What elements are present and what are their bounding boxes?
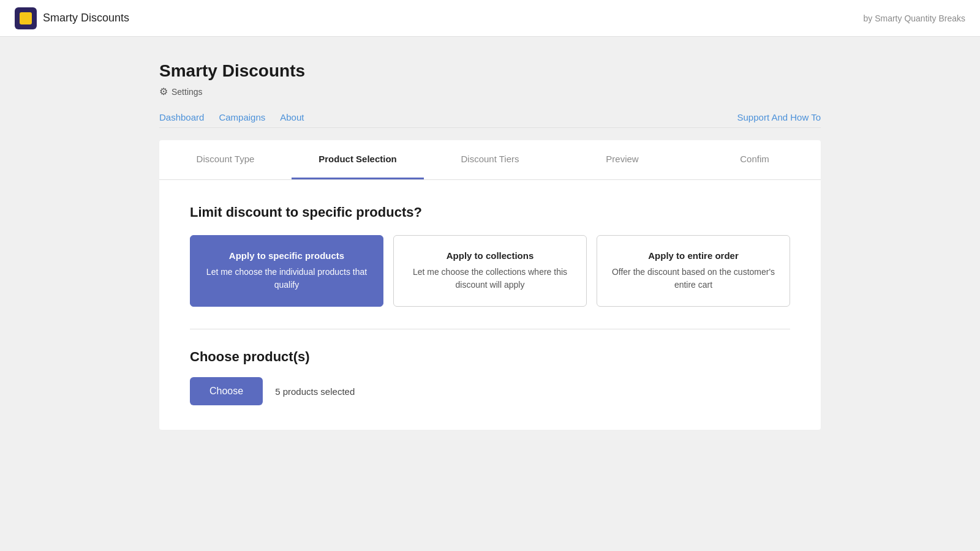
app-logo [15,7,37,29]
card-specific-products-title: Apply to specific products [203,250,371,261]
choose-button[interactable]: Choose [190,377,263,405]
page-content: Smarty Discounts ⚙ Settings Dashboard Ca… [123,37,858,454]
header-left: Smarty Discounts [15,7,129,29]
header-subtitle: by Smarty Quantity Breaks [863,13,965,23]
logo-icon [20,12,32,24]
wizard-tab-confirm[interactable]: Confim [688,140,821,179]
wizard-tab-discount-tiers[interactable]: Discount Tiers [424,140,556,179]
choose-row: Choose 5 products selected [190,377,790,405]
card-entire-order[interactable]: Apply to entire order Offer the discount… [597,235,790,307]
settings-row[interactable]: ⚙ Settings [159,86,821,97]
wizard-tabs: Discount Type Product Selection Discount… [159,140,821,180]
section-divider [190,329,790,329]
card-entire-order-desc: Offer the discount based on the customer… [609,266,777,291]
page-title: Smarty Discounts [159,61,821,81]
card-specific-products[interactable]: Apply to specific products Let me choose… [190,235,383,307]
nav-tab-dashboard[interactable]: Dashboard [159,112,204,127]
card-collections-title: Apply to collections [406,250,574,261]
limit-discount-heading: Limit discount to specific products? [190,204,790,220]
products-selected-status: 5 products selected [275,386,355,397]
wizard-tab-preview[interactable]: Preview [556,140,688,179]
card-body: Limit discount to specific products? App… [159,180,821,430]
nav-support-link[interactable]: Support And How To [737,112,821,127]
card-collections[interactable]: Apply to collections Let me choose the c… [393,235,587,307]
card-collections-desc: Let me choose the collections where this… [406,266,574,291]
header: Smarty Discounts by Smarty Quantity Brea… [0,0,980,37]
wizard-tab-discount-type[interactable]: Discount Type [159,140,292,179]
selection-cards: Apply to specific products Let me choose… [190,235,790,307]
header-app-title: Smarty Discounts [43,12,129,24]
card-specific-products-desc: Let me choose the individual products th… [203,266,371,291]
wizard-tab-product-selection[interactable]: Product Selection [292,140,424,179]
gear-icon: ⚙ [159,86,168,97]
nav-tab-about[interactable]: About [280,112,304,127]
main-nav: Dashboard Campaigns About Support And Ho… [159,112,821,128]
main-card: Discount Type Product Selection Discount… [159,140,821,430]
settings-label: Settings [172,87,203,97]
choose-products-heading: Choose product(s) [190,349,790,365]
card-entire-order-title: Apply to entire order [609,250,777,261]
nav-tab-campaigns[interactable]: Campaigns [219,112,265,127]
